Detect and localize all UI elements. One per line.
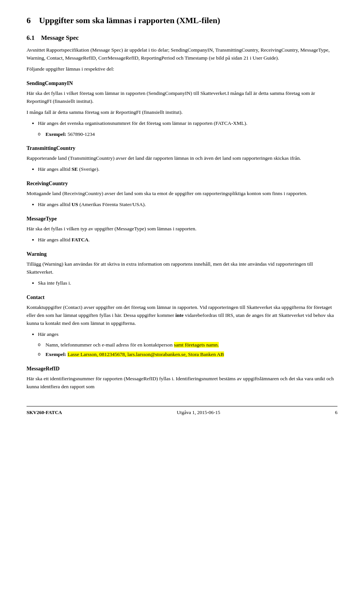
list-item: Här anges (38, 331, 337, 339)
footer-right: 6 (335, 409, 337, 416)
list-item: Här anges alltid US (Amerikas Förenta St… (38, 201, 337, 209)
warning-block: Warning Tillägg (Warning) kan användas f… (27, 250, 337, 287)
section-title: 6.1 Message Spec (27, 33, 337, 43)
sending-company-in-title: SendingCompanyIN (27, 79, 337, 87)
chapter-title: 6 Uppgifter som ska lämnas i rapporten (… (27, 15, 337, 26)
transmitting-country-title: TransmittingCountry (27, 144, 337, 152)
sending-company-in-body2: I många fall är detta samma företag som … (27, 90, 315, 104)
exempel-label-2: Exempel: (46, 351, 66, 357)
us-bold: US (72, 202, 78, 207)
message-type-block: MessageType Här ska det fyllas i vilken … (27, 215, 337, 244)
message-type-title: MessageType (27, 215, 337, 223)
list-item: Namn, telefonnummer och e-mail adress fö… (38, 341, 337, 349)
section-number: 6.1 (27, 34, 35, 41)
inte-bold: inte (176, 312, 184, 318)
list-item: Här anges alltid SE (Sverige). (38, 165, 337, 173)
message-type-body: Här ska det fyllas i vilken typ av uppgi… (27, 225, 337, 233)
list-item: Ska inte fyllas i. (38, 279, 337, 287)
sending-company-in-bullets: Här anges det svenska organisationsnummr… (38, 120, 337, 128)
sending-company-in-circles: Exempel: 567890-1234 (38, 131, 337, 139)
list-item: Här anges det svenska organisationsnummr… (38, 120, 337, 128)
contact-title: Contact (27, 293, 337, 301)
warning-title: Warning (27, 250, 337, 258)
warning-body: Tillägg (Warning) kan användas för att s… (27, 260, 337, 276)
fatca-bold: FATCA (72, 237, 89, 243)
receiving-country-bullets: Här anges alltid US (Amerikas Förenta St… (38, 201, 337, 209)
message-type-bullets: Här anges alltid FATCA. (38, 236, 337, 244)
following-text: Följande uppgifter lämnas i respektive d… (27, 65, 337, 73)
chapter-heading: 6 Uppgifter som ska lämnas i rapporten (… (27, 15, 337, 26)
message-ref-id-body: Här ska ett identifieringsnummer för rap… (27, 375, 337, 391)
sending-company-in-block: SendingCompanyIN Här ska det fyllas i vi… (27, 79, 337, 139)
receiving-country-body: Mottagande land (ReceivingCountry) avser… (27, 190, 337, 198)
section-intro: Avsnittet Rapportspecifikation (Message … (27, 46, 337, 62)
contact-bullets: Här anges (38, 331, 337, 339)
receiving-country-title: ReceivingCountry (27, 180, 337, 187)
warning-bullets: Ska inte fyllas i. (38, 279, 337, 287)
transmitting-country-body: Rapporterande land (TransmittingCountry)… (27, 154, 337, 162)
sending-company-in-body: Här ska det fyllas i vilket företag som … (27, 90, 337, 106)
highlight-exempel: Lasse Larsson, 0812345678, lars.larsson@… (67, 351, 224, 357)
highlight-samt: samt företagets namn. (174, 342, 219, 348)
page-footer: SKV260-FATCA Utgåva 1, 2015-06-15 6 (27, 406, 337, 416)
se-bold: SE (72, 166, 78, 172)
chapter-title-text: Uppgifter som ska lämnas i rapporten (XM… (39, 16, 220, 25)
contact-body: Kontaktuppgifter (Contact) avser uppgift… (27, 304, 337, 328)
list-item: Exempel: 567890-1234 (38, 131, 337, 139)
transmitting-country-bullets: Här anges alltid SE (Sverige). (38, 165, 337, 173)
chapter-number: 6 (27, 16, 31, 25)
sending-company-in-body2: I många fall är detta samma företag som … (27, 109, 337, 117)
footer-left: SKV260-FATCA (27, 409, 62, 416)
section-title-text: Message Spec (41, 34, 79, 41)
list-item: Här anges alltid FATCA. (38, 236, 337, 244)
footer-center: Utgåva 1, 2015-06-15 (177, 409, 220, 416)
contact-block: Contact Kontaktuppgifter (Contact) avser… (27, 293, 337, 359)
message-ref-id-title: MessageRefID (27, 365, 337, 373)
message-ref-id-block: MessageRefID Här ska ett identifieringsn… (27, 365, 337, 391)
list-item: Exempel: Lasse Larsson, 0812345678, lars… (38, 351, 337, 359)
receiving-country-block: ReceivingCountry Mottagande land (Receiv… (27, 180, 337, 209)
contact-circles: Namn, telefonnummer och e-mail adress fö… (38, 341, 337, 359)
transmitting-country-block: TransmittingCountry Rapporterande land (… (27, 144, 337, 173)
section-6-1: 6.1 Message Spec Avsnittet Rapportspecif… (27, 33, 337, 73)
exempel-label: Exempel: (46, 131, 66, 137)
